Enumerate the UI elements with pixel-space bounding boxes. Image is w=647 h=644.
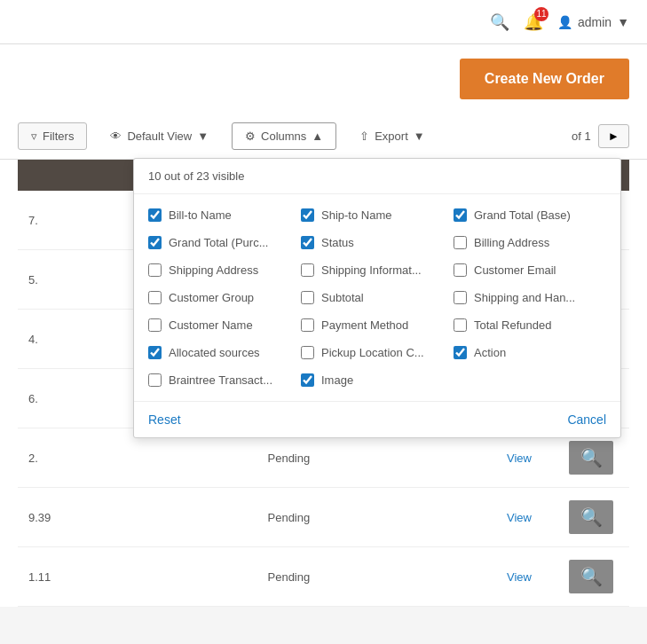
row-image: 🔍 xyxy=(558,547,629,606)
col-item-bill-to-name[interactable]: Bill-to Name xyxy=(148,205,301,225)
search-icon[interactable]: 🔍 xyxy=(490,12,509,32)
gear-icon: ⚙ xyxy=(245,130,256,143)
row-image: 🔍 xyxy=(558,488,629,546)
row-action: View xyxy=(496,499,558,537)
col-item-pickup-location[interactable]: Pickup Location C... xyxy=(301,342,454,363)
col-checkbox-total-refunded[interactable] xyxy=(454,318,467,332)
notification-badge: 11 xyxy=(534,7,548,21)
row-status: Pending xyxy=(257,558,497,596)
col-item-payment-method[interactable]: Payment Method xyxy=(301,315,454,335)
create-btn-area: Create New Order xyxy=(0,44,647,114)
chevron-down-icon: ▼ xyxy=(414,130,425,143)
col-checkbox-status[interactable] xyxy=(301,236,314,249)
col-item-shipping-address[interactable]: Shipping Address xyxy=(148,260,301,280)
col-item-grand-total-base[interactable]: Grand Total (Base) xyxy=(454,205,606,225)
user-icon: 👤 xyxy=(557,15,572,29)
chevron-up-icon: ▲ xyxy=(312,130,323,143)
col-checkbox-pickup-location[interactable] xyxy=(301,346,314,359)
col-item-subtotal[interactable]: Subtotal xyxy=(301,287,454,308)
col-checkbox-subtotal[interactable] xyxy=(301,291,314,304)
col-checkbox-allocated-sources[interactable] xyxy=(148,346,162,359)
toolbar: ▿ Filters 👁 Default View ▼ ⚙ Columns ▲ ⇧… xyxy=(0,114,647,160)
chevron-down-icon: ▼ xyxy=(197,130,209,143)
col-checkbox-image[interactable] xyxy=(301,373,314,387)
filter-icon: ▿ xyxy=(31,130,37,143)
top-bar: 🔍 🔔 11 👤 admin ▼ xyxy=(0,0,647,44)
view-link[interactable]: View xyxy=(507,452,532,465)
col-item-allocated-sources[interactable]: Allocated sources xyxy=(148,342,301,363)
col-checkbox-braintree[interactable] xyxy=(148,373,162,387)
row-status: Pending xyxy=(257,439,497,477)
eye-icon: 👁 xyxy=(110,130,122,143)
col-item-grand-total-purch[interactable]: Grand Total (Purc... xyxy=(148,232,301,253)
col-checkbox-ship-to-name[interactable] xyxy=(301,208,314,222)
view-link[interactable]: View xyxy=(507,570,532,584)
col-checkbox-grand-total-base[interactable] xyxy=(454,208,467,222)
col-item-braintree[interactable]: Braintree Transact... xyxy=(148,370,301,390)
columns-visible-count: 10 out of 23 visible xyxy=(134,159,620,194)
view-link[interactable]: View xyxy=(507,511,532,524)
col-checkbox-shipping-handling[interactable] xyxy=(454,291,467,304)
col-item-customer-name[interactable]: Customer Name xyxy=(148,315,301,335)
notifications-button[interactable]: 🔔 11 xyxy=(524,12,543,32)
columns-button[interactable]: ⚙ Columns ▲ xyxy=(232,122,336,150)
table-row: 1.11 Pending View 🔍 xyxy=(18,547,629,607)
col-checkbox-shipping-info[interactable] xyxy=(301,263,314,277)
col-checkbox-action[interactable] xyxy=(454,346,467,359)
pagination: of 1 ► xyxy=(572,124,629,148)
row-action: View xyxy=(496,439,558,477)
chevron-down-icon: ▼ xyxy=(617,15,629,29)
columns-dropdown: 10 out of 23 visible Bill-to Name Ship-t… xyxy=(133,158,621,438)
col-checkbox-bill-to-name[interactable] xyxy=(148,208,162,222)
default-view-button[interactable]: 👁 Default View ▼ xyxy=(98,123,221,149)
col-item-status[interactable]: Status xyxy=(301,232,454,253)
default-view-label: Default View xyxy=(127,130,192,143)
col-item-ship-to-name[interactable]: Ship-to Name xyxy=(301,205,454,225)
col-checkbox-shipping-address[interactable] xyxy=(148,263,162,277)
col-item-customer-email[interactable]: Customer Email xyxy=(454,260,606,280)
row-action: View xyxy=(496,558,558,596)
col-item-customer-group[interactable]: Customer Group xyxy=(148,287,301,308)
admin-label: admin xyxy=(578,15,611,29)
col-item-total-refunded[interactable]: Total Refunded xyxy=(454,315,606,335)
export-button[interactable]: ⇧ Export ▼ xyxy=(347,123,437,149)
export-icon: ⇧ xyxy=(359,130,369,143)
columns-cancel-button[interactable]: Cancel xyxy=(567,412,606,427)
col-checkbox-customer-email[interactable] xyxy=(454,263,467,277)
export-label: Export xyxy=(375,130,408,143)
col-checkbox-grand-total-purch[interactable] xyxy=(148,236,162,249)
columns-reset-button[interactable]: Reset xyxy=(148,412,181,427)
col-item-billing-address[interactable]: Billing Address xyxy=(454,232,606,253)
row-num: 1.11 xyxy=(18,558,257,596)
columns-list: Bill-to Name Ship-to Name Grand Total (B… xyxy=(134,194,620,401)
col-item-shipping-info[interactable]: Shipping Informat... xyxy=(301,260,454,280)
table-row: 9.39 Pending View 🔍 xyxy=(18,488,629,547)
filters-label: Filters xyxy=(43,130,74,143)
col-checkbox-payment-method[interactable] xyxy=(301,318,314,332)
columns-label: Columns xyxy=(261,130,306,143)
columns-dropdown-footer: Reset Cancel xyxy=(134,401,620,437)
row-status: Pending xyxy=(257,499,497,537)
col-item-image[interactable]: Image xyxy=(301,370,454,390)
next-page-button[interactable]: ► xyxy=(598,124,629,148)
filters-button[interactable]: ▿ Filters xyxy=(18,122,87,150)
row-num: 2. xyxy=(18,439,257,477)
col-item-shipping-handling[interactable]: Shipping and Han... xyxy=(454,287,606,308)
create-order-button[interactable]: Create New Order xyxy=(460,59,629,99)
col-checkbox-billing-address[interactable] xyxy=(454,236,467,249)
row-num: 9.39 xyxy=(18,499,257,537)
col-checkbox-customer-name[interactable] xyxy=(148,318,162,332)
pagination-of: of 1 xyxy=(572,130,591,143)
col-checkbox-customer-group[interactable] xyxy=(148,291,162,304)
admin-user-menu[interactable]: 👤 admin ▼ xyxy=(557,15,629,29)
col-item-action[interactable]: Action xyxy=(454,342,606,363)
